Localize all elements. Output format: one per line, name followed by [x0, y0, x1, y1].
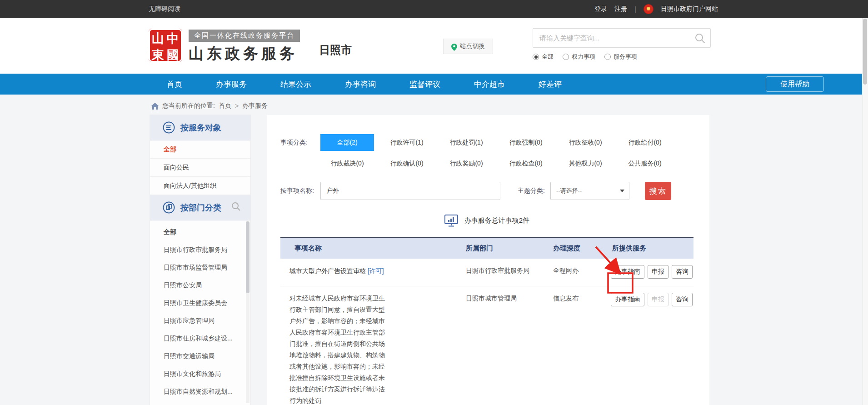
- search-button[interactable]: 搜索: [645, 182, 671, 200]
- site-switch-button[interactable]: 站点切换: [443, 39, 493, 54]
- radio-service-items[interactable]: 服务事项: [604, 53, 637, 61]
- search-scope-filters: 全部 权力事项 服务事项: [533, 53, 711, 61]
- item-name-text[interactable]: 城市大型户外广告设置审核: [289, 267, 366, 275]
- tab-all[interactable]: 全部(2): [320, 134, 374, 151]
- topic-select[interactable]: --请选择--: [550, 182, 629, 200]
- logo-text: 全国一体化在线政务服务平台 山东政务服务: [189, 29, 300, 64]
- nav-home[interactable]: 首页: [167, 79, 182, 90]
- keyword-search-input[interactable]: [533, 29, 710, 47]
- item-tag-link[interactable]: [许可]: [368, 267, 384, 275]
- main-nav: 首页 办事服务 结果公示 办事咨询 监督评议 中介超市 好差评 使用帮助: [0, 74, 868, 95]
- site-switch-label: 站点切换: [460, 42, 485, 50]
- item-name-cell: 对未经城市人民政府市容环境卫生行政主管部门同意，擅自设置大型户外广告，影响市容的…: [280, 293, 458, 405]
- consult-button[interactable]: 咨询: [672, 293, 693, 306]
- item-depth: 全程网办: [553, 265, 601, 279]
- item-name-text[interactable]: 对未经城市人民政府市容环境卫生行政主管部门同意，擅自设置大型户外广告，影响市容的…: [289, 293, 389, 405]
- tab-xingzhengcaijue[interactable]: 行政裁决(0): [320, 155, 374, 172]
- tab-gonggongfuwu[interactable]: 公共服务(0): [618, 155, 672, 172]
- tab-xingzhengxuke[interactable]: 行政许可(1): [380, 134, 434, 151]
- dept-item[interactable]: 日照市卫生健康委员会: [150, 294, 250, 312]
- dept-item[interactable]: 日照市应急管理局: [150, 312, 250, 330]
- results-table: 事项名称 所属部门 办理深度 所提供服务 城市大型户外广告设置审核 [许可] 日…: [280, 238, 693, 405]
- department-scrollbar[interactable]: [246, 221, 249, 403]
- dept-item-all[interactable]: 全部: [150, 223, 250, 241]
- department-header: 按部门分类: [150, 195, 250, 220]
- item-search-row: 按事项名称: 主题分类: --请选择-- 搜索: [280, 182, 693, 200]
- nav-intermediary[interactable]: 中介超市: [474, 79, 505, 90]
- nav-services[interactable]: 办事服务: [216, 79, 247, 90]
- sidebar-item-all-objects[interactable]: 全部: [150, 140, 250, 159]
- tab-xingzhengzhengshou[interactable]: 行政征收(0): [559, 134, 612, 151]
- breadcrumb-home[interactable]: 首页: [219, 102, 231, 110]
- category-label: 事项分类:: [280, 134, 320, 172]
- dept-item[interactable]: 日照市住房和城乡建设...: [150, 330, 250, 347]
- item-services: 办事指南 申报 咨询: [601, 265, 692, 279]
- page-scrollbar[interactable]: [862, 18, 868, 405]
- header-search-box: [533, 28, 711, 48]
- summary-row: 办事服务总计事项2件: [280, 215, 693, 227]
- page: 无障碍阅读 登录 注册 | ★ 日照市政府门户网站 山 中 東 國 全国一体化在…: [0, 0, 868, 405]
- topic-label: 主题分类:: [518, 187, 545, 195]
- sidebar: 按服务对象 全部 面向公民 面向法人/其他组织 按部门分类 全部 日照市: [150, 115, 250, 405]
- category-tabs: 全部(2) 行政许可(1) 行政处罚(1) 行政强制(0) 行政征收(0) 行政…: [320, 134, 672, 172]
- site-header: 山 中 東 國 全国一体化在线政务服务平台 山东政务服务 日照市 站点切换: [0, 18, 868, 74]
- nav-supervision[interactable]: 监督评议: [409, 79, 440, 90]
- site-logo[interactable]: 山 中 東 國 全国一体化在线政务服务平台 山东政务服务: [149, 29, 300, 64]
- search-icon[interactable]: [694, 33, 706, 46]
- radio-label: 服务事项: [614, 53, 637, 61]
- guide-button[interactable]: 办事指南: [611, 265, 644, 279]
- col-department: 所属部门: [458, 244, 553, 253]
- accessibility-link[interactable]: 无障碍阅读: [149, 5, 180, 13]
- sidebar-item-citizens[interactable]: 面向公民: [150, 159, 250, 177]
- radio-dot: [563, 54, 569, 60]
- dept-item[interactable]: 日照市文化和旅游局: [150, 365, 250, 383]
- col-item-name: 事项名称: [280, 244, 458, 253]
- nav-rating[interactable]: 好差评: [539, 79, 562, 90]
- platform-badge: 全国一体化在线政务服务平台: [189, 30, 300, 42]
- dept-item[interactable]: 日照市公安局: [150, 276, 250, 294]
- national-emblem-icon: ★: [644, 4, 653, 14]
- nav-consult[interactable]: 办事咨询: [345, 79, 376, 90]
- help-button[interactable]: 使用帮助: [766, 76, 824, 92]
- radio-label: 权力事项: [572, 53, 595, 61]
- topbar-right: 登录 注册 | ★ 日照市政府门户网站: [594, 4, 718, 14]
- item-name-input[interactable]: [320, 182, 500, 200]
- tab-xingzhengjiancha[interactable]: 行政检查(0): [499, 155, 553, 172]
- service-object-title: 按服务对象: [180, 122, 221, 133]
- apply-button[interactable]: 申报: [648, 265, 668, 279]
- dept-item[interactable]: 日照市行政审批服务局: [150, 241, 250, 259]
- tab-xingzhengjiangli[interactable]: 行政奖励(0): [439, 155, 493, 172]
- seal-char: 東: [152, 47, 164, 63]
- item-department: 日照市城市管理局: [458, 293, 553, 405]
- top-utility-bar: 无障碍阅读 登录 注册 | ★ 日照市政府门户网站: [0, 0, 868, 18]
- topbar-divider: |: [634, 5, 636, 13]
- tab-xingzhengchufa[interactable]: 行政处罚(1): [439, 134, 493, 151]
- tab-xingzhengqueren[interactable]: 行政确认(0): [380, 155, 434, 172]
- department-search-icon[interactable]: [231, 202, 241, 213]
- breadcrumb-current: 办事服务: [242, 102, 268, 110]
- city-portal-link[interactable]: 日照市政府门户网站: [661, 5, 718, 13]
- consult-button[interactable]: 咨询: [672, 265, 693, 279]
- header-search-area: 全部 权力事项 服务事项: [533, 28, 711, 61]
- radio-all[interactable]: 全部: [533, 53, 554, 61]
- tab-xingzhenggeifu[interactable]: 行政给付(0): [618, 134, 672, 151]
- item-name-label: 按事项名称:: [280, 187, 320, 195]
- nav-results[interactable]: 结果公示: [280, 79, 311, 90]
- dept-item[interactable]: 日照市自然资源和规划...: [150, 383, 250, 400]
- guide-button[interactable]: 办事指南: [611, 293, 644, 306]
- radio-dot: [533, 54, 539, 60]
- page-scrollbar-thumb[interactable]: [863, 19, 867, 85]
- nav-items: 首页 办事服务 结果公示 办事咨询 监督评议 中介超市 好差评: [0, 79, 562, 90]
- sidebar-item-legal-persons[interactable]: 面向法人/其他组织: [150, 177, 250, 195]
- department-scrollbar-thumb[interactable]: [246, 221, 249, 293]
- dept-item[interactable]: 日照市市场监督管理局: [150, 259, 250, 276]
- radio-power-items[interactable]: 权力事项: [563, 53, 595, 61]
- dept-item[interactable]: 日照市交通运输局: [150, 347, 250, 365]
- tab-qitaquanli[interactable]: 其他权力(0): [559, 155, 612, 172]
- login-link[interactable]: 登录: [594, 5, 607, 13]
- item-depth: 信息发布: [553, 293, 601, 405]
- register-link[interactable]: 注册: [614, 5, 627, 13]
- department-list: 全部 日照市行政审批服务局 日照市市场监督管理局 日照市公安局 日照市卫生健康委…: [150, 220, 250, 400]
- monitor-chart-icon: [444, 215, 458, 227]
- tab-xingzhengqiangzhi[interactable]: 行政强制(0): [499, 134, 553, 151]
